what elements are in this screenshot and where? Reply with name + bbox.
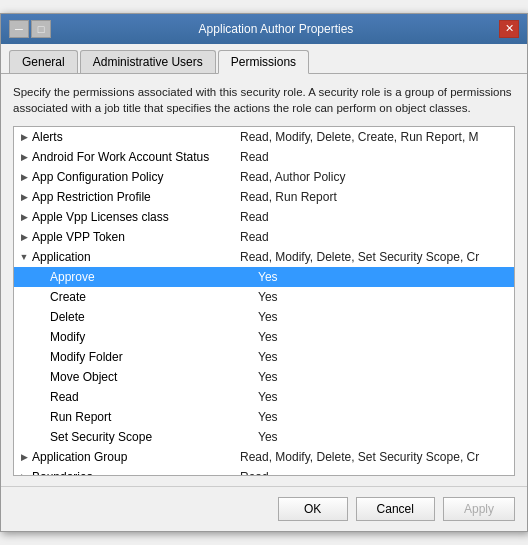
permission-value: Read, Modify, Delete, Set Security Scope… <box>232 450 512 464</box>
permission-name: Create <box>50 290 250 304</box>
no-expand-icon <box>34 389 50 405</box>
permission-name: Apple Vpp Licenses class <box>32 210 232 224</box>
expand-icon[interactable]: ▶ <box>16 129 32 145</box>
footer-buttons: OK Cancel Apply <box>1 486 527 531</box>
list-item[interactable]: ApproveYes <box>14 267 514 287</box>
tab-content-permissions: Specify the permissions associated with … <box>1 74 527 486</box>
list-item[interactable]: DeleteYes <box>14 307 514 327</box>
application-author-properties-dialog: ─ □ Application Author Properties ✕ Gene… <box>0 13 528 532</box>
apply-button[interactable]: Apply <box>443 497 515 521</box>
list-item[interactable]: Modify FolderYes <box>14 347 514 367</box>
permission-name: Application <box>32 250 232 264</box>
minimize-button[interactable]: ─ <box>9 20 29 38</box>
permission-value: Read, Modify, Delete, Create, Run Report… <box>232 130 512 144</box>
expand-icon[interactable]: ▼ <box>16 249 32 265</box>
permission-value: Read <box>232 150 512 164</box>
tab-admin-users[interactable]: Administrative Users <box>80 50 216 73</box>
permission-name: Delete <box>50 310 250 324</box>
list-item[interactable]: ▶Apple Vpp Licenses classRead <box>14 207 514 227</box>
ok-button[interactable]: OK <box>278 497 348 521</box>
permission-value: Yes <box>250 430 512 444</box>
list-item[interactable]: ▶AlertsRead, Modify, Delete, Create, Run… <box>14 127 514 147</box>
no-expand-icon <box>34 369 50 385</box>
expand-icon[interactable]: ▶ <box>16 149 32 165</box>
list-item[interactable]: ▶BoundariesRead <box>14 467 514 475</box>
permission-value: Yes <box>250 390 512 404</box>
list-item[interactable]: CreateYes <box>14 287 514 307</box>
permission-value: Read, Author Policy <box>232 170 512 184</box>
permission-name: Run Report <box>50 410 250 424</box>
list-item[interactable]: Run ReportYes <box>14 407 514 427</box>
permission-name: Set Security Scope <box>50 430 250 444</box>
permission-name: Android For Work Account Status <box>32 150 232 164</box>
no-expand-icon <box>34 309 50 325</box>
permission-value: Read <box>232 230 512 244</box>
expand-icon[interactable]: ▶ <box>16 209 32 225</box>
expand-icon[interactable]: ▶ <box>16 449 32 465</box>
list-item[interactable]: ReadYes <box>14 387 514 407</box>
tabs-bar: General Administrative Users Permissions <box>1 44 527 74</box>
list-item[interactable]: ▶Apple VPP TokenRead <box>14 227 514 247</box>
expand-icon[interactable]: ▶ <box>16 169 32 185</box>
permission-value: Yes <box>250 410 512 424</box>
no-expand-icon <box>34 289 50 305</box>
no-expand-icon <box>34 329 50 345</box>
expand-icon[interactable]: ▶ <box>16 469 32 475</box>
expand-icon[interactable]: ▶ <box>16 189 32 205</box>
tab-general[interactable]: General <box>9 50 78 73</box>
permission-value: Read, Modify, Delete, Set Security Scope… <box>232 250 512 264</box>
list-item[interactable]: ▶Android For Work Account StatusRead <box>14 147 514 167</box>
cancel-button[interactable]: Cancel <box>356 497 435 521</box>
window-title: Application Author Properties <box>53 22 499 36</box>
list-item[interactable]: ModifyYes <box>14 327 514 347</box>
list-item[interactable]: Set Security ScopeYes <box>14 427 514 447</box>
permission-name: Application Group <box>32 450 232 464</box>
permission-name: Move Object <box>50 370 250 384</box>
expand-icon[interactable]: ▶ <box>16 229 32 245</box>
no-expand-icon <box>34 409 50 425</box>
permissions-list-box[interactable]: ▶AlertsRead, Modify, Delete, Create, Run… <box>13 126 515 476</box>
permission-name: Alerts <box>32 130 232 144</box>
close-button[interactable]: ✕ <box>499 20 519 38</box>
permission-name: App Restriction Profile <box>32 190 232 204</box>
no-expand-icon <box>34 349 50 365</box>
permission-name: Modify Folder <box>50 350 250 364</box>
list-item[interactable]: ▶Application GroupRead, Modify, Delete, … <box>14 447 514 467</box>
permission-value: Yes <box>250 290 512 304</box>
permissions-list[interactable]: ▶AlertsRead, Modify, Delete, Create, Run… <box>14 127 514 475</box>
permission-name: Modify <box>50 330 250 344</box>
maximize-button[interactable]: □ <box>31 20 51 38</box>
permission-name: Approve <box>50 270 250 284</box>
tab-permissions[interactable]: Permissions <box>218 50 309 74</box>
list-item[interactable]: ▶App Configuration PolicyRead, Author Po… <box>14 167 514 187</box>
permission-value: Read <box>232 470 512 475</box>
description-text: Specify the permissions associated with … <box>13 84 515 116</box>
list-item[interactable]: ▶App Restriction ProfileRead, Run Report <box>14 187 514 207</box>
permission-value: Yes <box>250 350 512 364</box>
permission-name: App Configuration Policy <box>32 170 232 184</box>
permission-name: Apple VPP Token <box>32 230 232 244</box>
permission-value: Read, Run Report <box>232 190 512 204</box>
no-expand-icon <box>34 269 50 285</box>
permission-value: Yes <box>250 270 512 284</box>
list-item[interactable]: Move ObjectYes <box>14 367 514 387</box>
permission-value: Yes <box>250 370 512 384</box>
permission-name: Boundaries <box>32 470 232 475</box>
permission-value: Yes <box>250 330 512 344</box>
permission-value: Read <box>232 210 512 224</box>
permission-value: Yes <box>250 310 512 324</box>
no-expand-icon <box>34 429 50 445</box>
permission-name: Read <box>50 390 250 404</box>
list-item[interactable]: ▼ApplicationRead, Modify, Delete, Set Se… <box>14 247 514 267</box>
title-bar: ─ □ Application Author Properties ✕ <box>1 14 527 44</box>
